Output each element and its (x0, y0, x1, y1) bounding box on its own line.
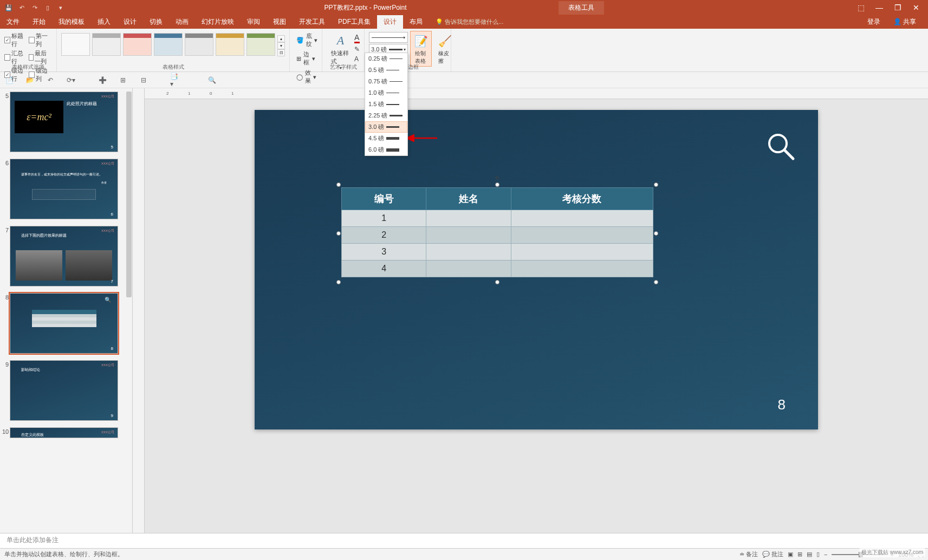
reading-view-icon[interactable]: ▤ (807, 551, 812, 558)
display-options-icon[interactable]: ⬚ (854, 2, 867, 13)
insert-icon[interactable]: ➕ (98, 75, 107, 85)
resize-handle[interactable] (654, 280, 658, 284)
slide-thumbnail-10[interactable]: XXX公司 自定义此模板 (10, 427, 118, 438)
edit-area: 2101 编号 姓名 考核分数 1 2 3 4 (145, 88, 928, 533)
rotate-handle[interactable]: ⟲ (495, 175, 500, 180)
wordart-icon: A (332, 32, 349, 49)
maximize-button[interactable]: ❐ (891, 2, 904, 13)
close-button[interactable]: ✕ (910, 2, 923, 13)
qat-more-icon[interactable]: ▾ (56, 3, 65, 12)
text-outline-dropdown[interactable]: ✎ (354, 45, 360, 53)
slideshow-view-icon[interactable]: ▯ (816, 551, 820, 558)
tab-home[interactable]: 开始 (26, 15, 52, 29)
tab-animations[interactable]: 动画 (169, 15, 195, 29)
eraser-button[interactable]: 🧹 橡皮擦 (434, 31, 456, 67)
zoom-icon[interactable]: 🔍 (207, 75, 217, 85)
svg-line-1 (784, 150, 793, 159)
weight-option-selected[interactable]: 3.0 磅 (365, 121, 407, 133)
normal-view-icon[interactable]: ▣ (788, 551, 793, 558)
resize-handle[interactable] (336, 280, 341, 284)
effects-dropdown[interactable]: ◯效果 ▾ (294, 68, 317, 86)
weight-option[interactable]: 0.5 磅 (365, 64, 407, 76)
slide-thumbnail-8[interactable]: 🔍 8 (10, 293, 118, 354)
paint-bucket-icon: 🪣 (296, 36, 304, 44)
weight-option[interactable]: 4.5 磅 (365, 133, 407, 144)
tab-table-design[interactable]: 设计 (377, 15, 403, 29)
slide-canvas[interactable]: 编号 姓名 考核分数 1 2 3 4 ⟲ (255, 110, 818, 429)
tab-developer[interactable]: 开发工具 (293, 15, 332, 29)
pen-weight-menu: 0.25 磅 0.5 磅 0.75 磅 1.0 磅 1.5 磅 2.25 磅 3… (365, 53, 408, 156)
group-table-style-options: 标题行 第一列 汇总行 最后一列 镶边行 镶边列 表格样式选项 (0, 29, 57, 71)
weight-option[interactable]: 0.25 磅 (365, 53, 407, 64)
pen-style-dropdown[interactable]: ▾ (369, 32, 408, 43)
slide-thumbnail-6[interactable]: XXX公司 该事件的名言，或支持你的论文或声明语句的一般引述。 作者 6 (10, 159, 118, 219)
vertical-ruler (133, 88, 145, 533)
weight-option[interactable]: 1.5 磅 (365, 99, 407, 110)
resize-handle[interactable] (654, 231, 658, 236)
refresh-icon[interactable]: ⟳▾ (66, 75, 76, 85)
undo-icon[interactable]: ↶ (17, 3, 26, 12)
table-style-swatch[interactable] (92, 33, 121, 56)
tab-view[interactable]: 视图 (267, 15, 293, 29)
weight-option[interactable]: 0.75 磅 (365, 76, 407, 87)
weight-option[interactable]: 2.25 磅 (365, 110, 407, 121)
login-link[interactable]: 登录 (861, 15, 887, 29)
tab-templates[interactable]: 我的模板 (52, 15, 91, 29)
resize-handle[interactable] (654, 183, 658, 187)
gallery-down-icon[interactable]: ▾ (277, 42, 285, 49)
resize-handle[interactable] (495, 183, 499, 187)
tab-insert[interactable]: 插入 (91, 15, 117, 29)
tab-transitions[interactable]: 切换 (143, 15, 169, 29)
redo-icon[interactable]: ↷ (30, 3, 39, 12)
table-style-swatch[interactable] (123, 33, 152, 56)
minimize-button[interactable]: — (873, 2, 886, 13)
save-icon[interactable]: 💾 (4, 3, 13, 12)
resize-handle[interactable] (336, 231, 341, 236)
tab-review[interactable]: 审阅 (241, 15, 267, 29)
zoom-out-icon[interactable]: − (824, 551, 827, 558)
tab-design[interactable]: 设计 (117, 15, 143, 29)
sections-icon[interactable]: 📑▾ (170, 75, 180, 85)
shading-dropdown[interactable]: 🪣底纹 ▾ (294, 31, 317, 49)
weight-option[interactable]: 1.0 磅 (365, 87, 407, 99)
text-fill-dropdown[interactable]: A (354, 33, 360, 43)
tab-slideshow[interactable]: 幻灯片放映 (195, 15, 241, 29)
table-style-swatch[interactable] (154, 33, 183, 56)
formula-image: ε=mc² (15, 101, 63, 133)
gallery-up-icon[interactable]: ▴ (277, 35, 285, 42)
notes-pane[interactable]: 单击此处添加备注 (0, 533, 928, 548)
share-button[interactable]: 👤 共享 (887, 15, 923, 29)
tab-table-layout[interactable]: 布局 (403, 15, 429, 29)
slide-thumbnail-9[interactable]: XXX公司 影响和结论 9 (10, 360, 118, 421)
slide-panel-scrollbar[interactable] (126, 88, 132, 533)
gallery-more-icon[interactable]: ⊟ (277, 49, 285, 56)
text-effects-dropdown[interactable]: A (354, 55, 360, 63)
table-style-swatch[interactable] (246, 33, 275, 56)
scrollbar-thumb[interactable] (126, 92, 132, 297)
slide-panel[interactable]: 5 XXX公司 ε=mc² 此处照片的标题 5 6 XXX公司 该事件的名言，或… (0, 88, 133, 533)
checkbox-header-row[interactable]: 标题行 (4, 32, 28, 48)
notes-toggle[interactable]: ≐ 备注 (739, 550, 758, 558)
checkbox-first-col[interactable]: 第一列 (29, 32, 53, 48)
status-text: 单击并拖动以创建表格、绘制行、列和边框。 (4, 550, 124, 558)
delete-icon[interactable]: ⊟ (139, 75, 148, 85)
insert-layout-icon[interactable]: ⊞ (118, 75, 128, 85)
table-style-swatch[interactable] (185, 33, 213, 56)
draw-table-icon: 📝 (412, 32, 430, 50)
slide-thumbnail-7[interactable]: XXX公司 选择下面的图片效果的标题 7 (10, 226, 118, 286)
tab-file[interactable]: 文件 (0, 15, 26, 29)
resize-handle[interactable] (336, 183, 341, 187)
tab-pdf-tools[interactable]: PDF工具集 (332, 15, 377, 29)
weight-option[interactable]: 6.0 磅 (365, 144, 407, 155)
comments-toggle[interactable]: 💬 批注 (762, 550, 783, 558)
borders-dropdown[interactable]: ⊞边框 ▾ (294, 49, 317, 68)
table-style-swatch[interactable] (61, 33, 90, 56)
slide-sorter-icon[interactable]: ⊞ (797, 551, 802, 558)
workspace: 5 XXX公司 ε=mc² 此处照片的标题 5 6 XXX公司 该事件的名言，或… (0, 88, 928, 533)
resize-handle[interactable] (495, 280, 499, 284)
group-table-styles: ▴ ▾ ⊟ 表格样式 (57, 29, 290, 71)
start-slideshow-icon[interactable]: ▯ (43, 3, 52, 12)
table-style-swatch[interactable] (216, 33, 244, 56)
draw-table-button[interactable]: 📝 绘制表格 (410, 31, 432, 67)
slide-thumbnail-5[interactable]: XXX公司 ε=mc² 此处照片的标题 5 (10, 92, 118, 152)
